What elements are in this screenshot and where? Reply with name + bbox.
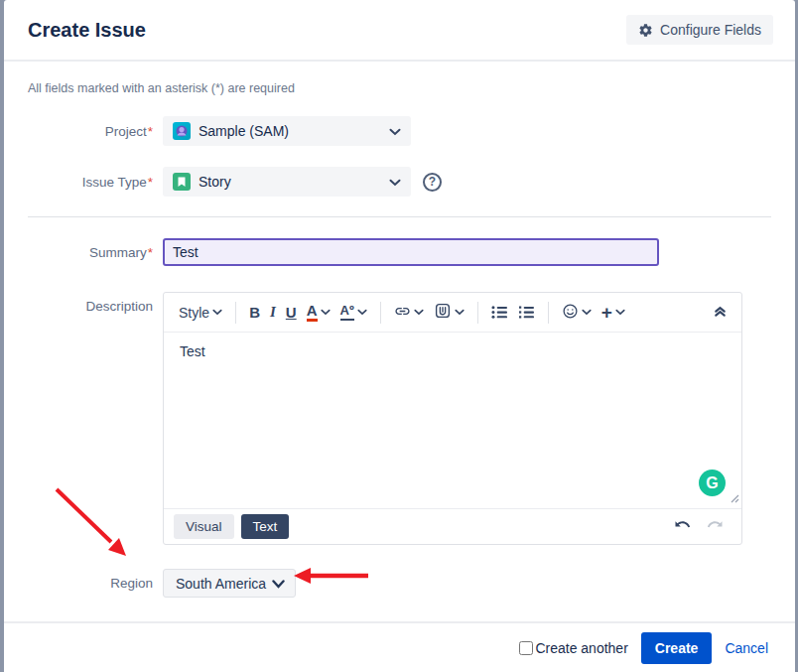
create-another-checkbox[interactable] xyxy=(519,641,533,655)
required-fields-note: All fields marked with an asterisk (*) a… xyxy=(28,81,771,95)
tab-text[interactable]: Text xyxy=(241,514,290,539)
summary-input[interactable] xyxy=(163,238,659,266)
required-asterisk: * xyxy=(148,245,153,260)
emoji-button[interactable] xyxy=(557,299,597,327)
create-button[interactable]: Create xyxy=(641,632,713,664)
page-title: Create Issue xyxy=(28,19,146,42)
toolbar-separator xyxy=(380,302,381,324)
required-asterisk: * xyxy=(148,175,153,190)
description-editor: Style B I U A Aº xyxy=(163,292,742,545)
attachment-icon xyxy=(434,302,452,323)
toolbar-separator xyxy=(477,302,478,324)
attachment-button[interactable] xyxy=(429,298,469,327)
region-dropdown[interactable]: South America xyxy=(163,569,296,598)
description-textarea[interactable]: Test G xyxy=(164,333,741,508)
style-dropdown[interactable]: Style xyxy=(174,301,227,325)
emoji-icon xyxy=(562,303,579,323)
section-divider xyxy=(28,216,771,217)
create-another-label: Create another xyxy=(535,640,627,656)
chevron-down-icon xyxy=(389,123,401,139)
description-label: Description xyxy=(28,292,163,314)
description-row: Description Style B I U A Aº xyxy=(28,292,771,545)
configure-fields-button[interactable]: Configure Fields xyxy=(626,15,773,45)
region-value: South America xyxy=(176,576,266,592)
gear-icon xyxy=(638,23,653,38)
link-button[interactable] xyxy=(389,299,429,327)
chevron-down-icon xyxy=(272,576,285,592)
cancel-link[interactable]: Cancel xyxy=(725,640,768,656)
project-avatar-icon xyxy=(173,122,191,140)
project-label: Project* xyxy=(28,124,163,139)
create-another-option[interactable]: Create another xyxy=(519,640,627,656)
bullet-list-button[interactable] xyxy=(486,301,513,324)
create-issue-dialog: Create Issue Configure Fields All fields… xyxy=(4,0,795,672)
issue-type-value: Story xyxy=(199,174,381,190)
chevron-down-icon xyxy=(389,174,401,190)
more-formatting-button[interactable]: Aº xyxy=(335,300,372,324)
numbered-list-button[interactable] xyxy=(513,301,540,324)
dialog-footer: Create another Create Cancel xyxy=(4,621,795,672)
help-icon[interactable]: ? xyxy=(423,173,442,192)
underline-button[interactable]: U xyxy=(281,300,302,325)
insert-more-button[interactable]: + xyxy=(597,300,630,325)
summary-label: Summary* xyxy=(28,245,163,260)
redo-button[interactable] xyxy=(706,518,726,535)
editor-modebar: Visual Text xyxy=(164,508,741,544)
issue-type-label: Issue Type* xyxy=(28,175,163,190)
bold-button[interactable]: B xyxy=(244,300,265,325)
summary-row: Summary* xyxy=(28,238,771,266)
grammarly-icon[interactable]: G xyxy=(699,470,726,496)
text-color-button[interactable]: A xyxy=(302,299,335,326)
project-dropdown[interactable]: Sample (SAM) xyxy=(163,116,411,146)
configure-fields-label: Configure Fields xyxy=(660,22,761,38)
region-label: Region xyxy=(28,576,163,591)
undo-button[interactable] xyxy=(674,518,694,535)
toolbar-separator xyxy=(235,302,236,324)
editor-toolbar: Style B I U A Aº xyxy=(164,293,741,333)
issue-type-dropdown[interactable]: Story xyxy=(163,167,411,197)
italic-button[interactable]: I xyxy=(265,300,281,325)
toolbar-separator xyxy=(548,302,549,324)
story-bookmark-icon xyxy=(173,173,191,191)
tab-visual[interactable]: Visual xyxy=(174,514,234,539)
resize-handle[interactable] xyxy=(731,490,739,506)
link-icon xyxy=(394,303,411,323)
dialog-header: Create Issue Configure Fields xyxy=(4,0,795,62)
collapse-toolbar-button[interactable] xyxy=(709,301,732,325)
project-row: Project* Sample (SAM) xyxy=(28,116,771,146)
issue-type-row: Issue Type* Story ? xyxy=(28,167,771,197)
collapse-chevrons-icon xyxy=(714,305,727,321)
region-row: Region South America xyxy=(28,569,771,598)
description-text: Test xyxy=(180,343,205,359)
required-asterisk: * xyxy=(148,124,153,139)
project-value: Sample (SAM) xyxy=(199,123,381,139)
